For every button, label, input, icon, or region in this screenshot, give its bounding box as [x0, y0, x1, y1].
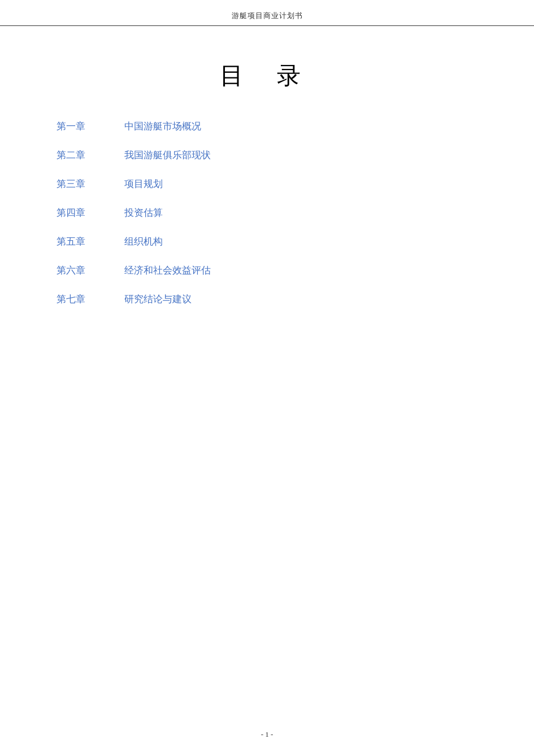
toc-chapter-label: 第五章 — [57, 235, 124, 248]
toc-item: 第二章我国游艇俱乐部现状 — [57, 149, 477, 162]
toc-list: 第一章中国游艇市场概况第二章我国游艇俱乐部现状第三章项目规划第四章投资估算第五章… — [57, 120, 477, 306]
toc-item: 第四章投资估算 — [57, 206, 477, 219]
toc-item: 第六章经济和社会效益评估 — [57, 264, 477, 277]
toc-chapter-link[interactable]: 项目规划 — [124, 177, 163, 190]
toc-chapter-label: 第七章 — [57, 293, 124, 306]
toc-item: 第一章中国游艇市场概况 — [57, 120, 477, 133]
page-number: - 1 - — [261, 730, 273, 738]
toc-chapter-label: 第六章 — [57, 264, 124, 277]
toc-item: 第三章项目规划 — [57, 177, 477, 190]
toc-chapter-link[interactable]: 我国游艇俱乐部现状 — [124, 149, 211, 162]
content-area: 目 录 第一章中国游艇市场概况第二章我国游艇俱乐部现状第三章项目规划第四章投资估… — [0, 26, 534, 355]
toc-chapter-label: 第四章 — [57, 206, 124, 219]
toc-chapter-label: 第一章 — [57, 120, 124, 133]
toc-item: 第七章研究结论与建议 — [57, 293, 477, 306]
toc-chapter-label: 第三章 — [57, 177, 124, 190]
page-header: 游艇项目商业计划书 — [0, 0, 534, 26]
toc-chapter-link[interactable]: 研究结论与建议 — [124, 293, 192, 306]
header-title: 游艇项目商业计划书 — [232, 11, 303, 20]
page-footer: - 1 - — [0, 730, 534, 739]
toc-chapter-link[interactable]: 经济和社会效益评估 — [124, 264, 211, 277]
page: 游艇项目商业计划书 目 录 第一章中国游艇市场概况第二章我国游艇俱乐部现状第三章… — [0, 0, 534, 756]
toc-chapter-link[interactable]: 组织机构 — [124, 235, 163, 248]
toc-chapter-link[interactable]: 投资估算 — [124, 206, 163, 219]
toc-title: 目 录 — [57, 60, 477, 92]
toc-chapter-link[interactable]: 中国游艇市场概况 — [124, 120, 201, 133]
toc-chapter-label: 第二章 — [57, 149, 124, 162]
toc-item: 第五章组织机构 — [57, 235, 477, 248]
